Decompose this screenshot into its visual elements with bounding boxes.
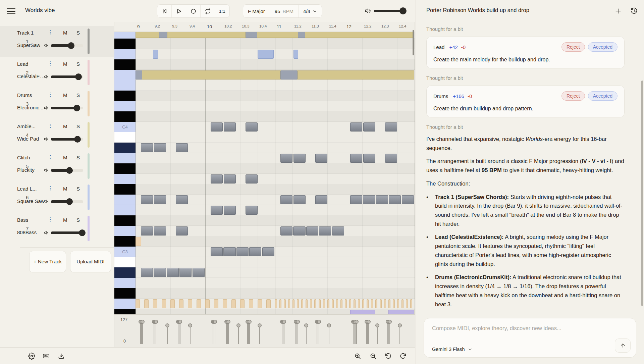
midi-note[interactable] (211, 247, 223, 257)
velocity-stem[interactable] (238, 325, 239, 344)
track-row[interactable]: 6Lead L...⋮MSSquare Saw (0, 182, 114, 213)
velocity-stem-head[interactable] (355, 320, 359, 324)
velocity-stem-head[interactable] (375, 323, 379, 327)
track-row[interactable]: 5Glitch⋮MSPluckity (0, 151, 114, 182)
midi-note[interactable] (170, 299, 175, 309)
zoom-out-icon[interactable] (369, 352, 377, 360)
download-midi-icon[interactable] (57, 352, 65, 360)
mute-button[interactable]: M (63, 61, 67, 67)
hamburger-menu-icon[interactable] (7, 8, 15, 14)
velocity-stem-head[interactable] (282, 320, 286, 324)
midi-note[interactable] (224, 206, 236, 215)
track-menu-icon[interactable]: ⋮ (47, 185, 54, 193)
velocity-stem[interactable] (298, 322, 298, 344)
velocity-stem-head[interactable] (178, 320, 182, 324)
chat-scrollbar[interactable] (641, 81, 643, 306)
midi-note[interactable] (136, 299, 140, 309)
velocity-stem-head[interactable] (248, 320, 252, 324)
piano-key-C3[interactable]: C3 (114, 247, 136, 257)
midi-note[interactable] (406, 299, 408, 309)
track-volume-slider[interactable] (51, 107, 83, 109)
midi-note[interactable] (293, 50, 299, 59)
midi-note[interactable] (136, 70, 142, 80)
piano-key-E3[interactable] (114, 205, 136, 215)
velocity-stem[interactable] (356, 322, 357, 344)
midi-note[interactable] (141, 226, 153, 236)
midi-note[interactable] (388, 310, 414, 315)
midi-note[interactable] (293, 195, 306, 205)
midi-note[interactable] (136, 32, 414, 38)
velocity-stem[interactable] (354, 322, 355, 344)
solo-button[interactable]: S (76, 92, 80, 98)
piano-key-B3[interactable] (114, 132, 136, 143)
velocity-stem-head[interactable] (304, 323, 308, 327)
midi-note[interactable] (397, 299, 399, 309)
midi-note[interactable] (224, 122, 236, 132)
piano-key-Bb2[interactable] (114, 267, 136, 278)
piano-key-G3[interactable] (114, 174, 136, 184)
track-volume-knob[interactable] (75, 73, 82, 80)
midi-note[interactable] (327, 299, 329, 309)
mute-button[interactable]: M (63, 123, 67, 129)
play-button[interactable] (172, 5, 186, 17)
velocity-stem[interactable] (259, 325, 260, 344)
midi-note[interactable] (141, 268, 153, 277)
midi-note[interactable] (179, 268, 192, 277)
solo-button[interactable]: S (76, 30, 80, 36)
mute-button[interactable]: M (63, 92, 67, 98)
midi-note[interactable] (336, 299, 338, 309)
record-button[interactable] (186, 5, 201, 17)
midi-note[interactable] (214, 299, 218, 309)
track-volume-slider[interactable] (51, 231, 83, 234)
midi-note[interactable] (388, 299, 390, 309)
velocity-stem[interactable] (140, 322, 141, 344)
velocity-stem[interactable] (141, 322, 142, 344)
midi-note[interactable] (154, 226, 166, 236)
chat-input[interactable] (431, 324, 626, 338)
midi-note[interactable] (332, 226, 344, 236)
midi-note[interactable] (288, 299, 290, 309)
midi-note[interactable] (223, 299, 227, 309)
track-row[interactable]: 3Drums⋮MSElectronic... (0, 88, 114, 119)
time-signature-selector[interactable]: 4/4 (299, 5, 322, 17)
midi-note[interactable] (376, 195, 388, 205)
midi-note[interactable] (188, 299, 192, 309)
midi-note[interactable] (371, 299, 373, 309)
midi-note[interactable] (205, 299, 210, 309)
track-menu-icon[interactable]: ⋮ (47, 216, 54, 224)
velocity-stem[interactable] (399, 325, 400, 344)
midi-note[interactable] (292, 299, 294, 309)
midi-note[interactable] (363, 195, 375, 205)
midi-note[interactable] (154, 195, 166, 205)
midi-note[interactable] (154, 268, 166, 277)
track-volume-slider[interactable] (51, 138, 83, 141)
midi-note[interactable] (223, 247, 235, 257)
velocity-stem[interactable] (366, 322, 367, 344)
midi-note[interactable] (258, 50, 274, 59)
velocity-stem[interactable] (318, 322, 318, 344)
midi-note[interactable] (224, 174, 236, 184)
midi-note[interactable] (197, 299, 201, 309)
track-volume-slider[interactable] (51, 44, 83, 47)
piano-key-Bb3[interactable] (114, 143, 136, 153)
velocity-stem[interactable] (215, 322, 215, 344)
velocity-stem-head[interactable] (154, 320, 158, 324)
midi-note[interactable] (332, 299, 334, 309)
midi-note[interactable] (298, 32, 305, 38)
midi-note[interactable] (315, 195, 327, 205)
solo-button[interactable]: S (76, 155, 80, 160)
midi-note[interactable] (211, 206, 223, 215)
midi-note[interactable] (262, 247, 274, 257)
midi-note[interactable] (246, 206, 258, 215)
zoom-ratio-button[interactable]: 1:1 (215, 5, 229, 17)
mute-button[interactable]: M (63, 186, 67, 192)
new-track-button[interactable]: + New Track (29, 251, 66, 272)
midi-note[interactable] (246, 174, 258, 184)
velocity-stem[interactable] (387, 322, 388, 344)
velocity-stem-head[interactable] (141, 320, 145, 324)
midi-note[interactable] (401, 299, 404, 309)
chat-history-icon[interactable] (630, 7, 639, 15)
loop-button[interactable] (201, 5, 215, 17)
master-volume-slider[interactable] (374, 10, 404, 12)
velocity-stem[interactable] (306, 325, 307, 344)
